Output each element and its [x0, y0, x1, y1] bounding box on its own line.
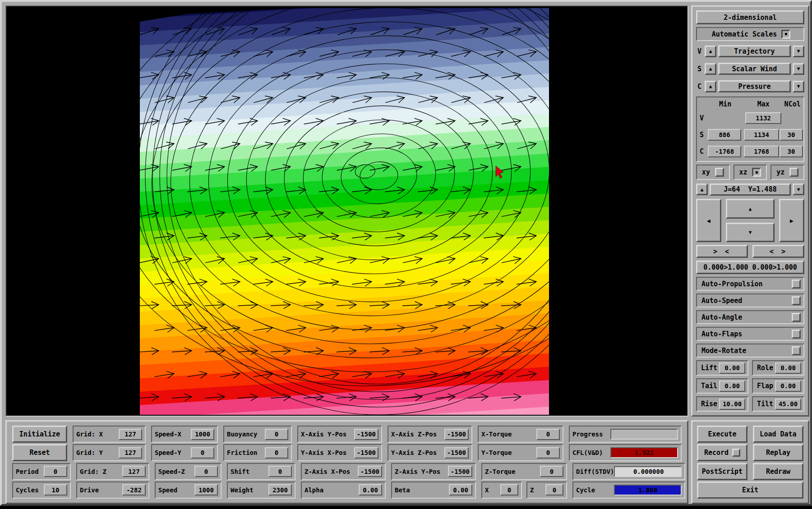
field-label: Drive [80, 486, 99, 494]
slice-up-icon[interactable]: ▲ [696, 183, 708, 195]
grid-y-value[interactable]: 127 [119, 447, 142, 459]
plane-xy-checkbox[interactable] [715, 168, 724, 177]
right-control-panel: 2-dimensional Automatic Scales V▲Traject… [691, 5, 809, 417]
x-torque-value[interactable]: 0 [536, 429, 560, 440]
record-button[interactable]: Record [697, 444, 747, 461]
shift-value[interactable]: 0 [268, 466, 292, 477]
x-axis-z-pos-value[interactable]: -1500 [444, 429, 469, 440]
toggle-auto-propulsion[interactable]: Auto-Propulsion [696, 277, 804, 291]
selector-up-icon[interactable]: ▲ [705, 81, 716, 92]
automatic-scales-toggle[interactable] [781, 30, 790, 39]
toggle-mode-rotate-checkbox[interactable] [792, 346, 801, 355]
reset-button[interactable]: Reset [12, 444, 67, 461]
plane-toggle-xz[interactable]: xz [734, 165, 767, 180]
grid-x-value[interactable]: 127 [119, 429, 142, 440]
field-label: Y-Axis Z-Pos [391, 449, 437, 456]
selector-value[interactable]: Scalar Wind [718, 63, 791, 75]
pan-right-button[interactable]: ▶ [779, 199, 804, 242]
pan-up-button[interactable]: ▲ [726, 199, 775, 219]
role-value[interactable]: 0.00 [775, 362, 801, 374]
period-value[interactable]: 0 [44, 466, 67, 477]
postscript-button[interactable]: PostScript [697, 463, 747, 480]
field-label: Grid: X [76, 431, 103, 438]
toggle-auto-speed[interactable]: Auto-Speed [696, 293, 804, 307]
automatic-scales-row: Automatic Scales [696, 27, 804, 41]
speed-x-value[interactable]: 1000 [191, 429, 214, 440]
speed-y-value[interactable]: 0 [191, 447, 214, 459]
slice-down-icon[interactable]: ▼ [793, 183, 804, 195]
tail-value[interactable]: 0.00 [719, 381, 745, 392]
selector-down-icon[interactable]: ▼ [793, 81, 804, 92]
plane-yz-checkbox[interactable] [789, 168, 798, 177]
field-cycles: Cycles10 [12, 481, 71, 499]
replay-button[interactable]: Replay [753, 444, 803, 461]
y-axis-x-pos-value[interactable]: -1500 [354, 447, 378, 459]
grid-z-value[interactable]: 127 [122, 466, 146, 477]
selector-up-icon[interactable]: ▲ [705, 46, 716, 57]
speed-value[interactable]: 1000 [194, 484, 218, 495]
initialize-button[interactable]: Initialize [12, 426, 67, 443]
v-max-field[interactable]: 1132 [745, 112, 781, 124]
tilt-value[interactable]: 45.00 [775, 399, 801, 410]
s-min-field[interactable]: 886 [708, 129, 741, 141]
down-arrow-icon: ▼ [749, 229, 752, 235]
x-value[interactable]: 0 [500, 484, 518, 495]
pan-down-button[interactable]: ▼ [726, 223, 775, 243]
cycles-value[interactable]: 10 [44, 484, 67, 495]
plane-label: xy [702, 168, 710, 176]
pan-left-button[interactable]: ◀ [696, 199, 721, 242]
toggle-auto-propulsion-checkbox[interactable] [792, 280, 801, 289]
field-x: X0 [481, 481, 522, 499]
s-ncol-field[interactable]: 30 [780, 129, 803, 141]
z-axis-x-pos-value[interactable]: -1500 [358, 466, 382, 477]
lift-value[interactable]: 0.00 [719, 362, 745, 374]
plane-toggle-yz[interactable]: yz [770, 165, 804, 180]
zoom-buttons-row: > < < > [696, 245, 804, 258]
selector-s: S▲Scalar Wind▼ [696, 61, 804, 76]
toggle-auto-angle-checkbox[interactable] [792, 313, 801, 322]
selector-down-icon[interactable]: ▼ [793, 63, 804, 75]
exit-button[interactable]: Exit [697, 481, 803, 499]
alpha-value[interactable]: 0.00 [359, 484, 382, 495]
c-max-field[interactable]: 1768 [744, 146, 779, 157]
plane-xz-checkbox[interactable] [752, 168, 761, 177]
execute-button[interactable]: Execute [697, 426, 747, 443]
selector-down-icon[interactable]: ▼ [793, 46, 804, 57]
y-axis-z-pos-value[interactable]: -1500 [444, 447, 469, 459]
y-torque-value[interactable]: 0 [536, 447, 560, 459]
z-torque-value[interactable]: 0 [540, 466, 563, 477]
selector-value[interactable]: Pressure [718, 80, 791, 92]
zoom-in-button[interactable]: > < [696, 245, 748, 258]
toggle-auto-angle[interactable]: Auto-Angle [696, 310, 804, 324]
z-value[interactable]: 0 [545, 484, 563, 495]
field-buoyancy: Buoyancy0 [223, 426, 292, 443]
c-ncol-field[interactable]: 30 [780, 146, 803, 157]
plane-toggle-xy[interactable]: xy [696, 165, 730, 180]
z-axis-y-pos-value[interactable]: -1500 [448, 466, 472, 477]
toggle-mode-rotate[interactable]: Mode-Rotate [696, 344, 804, 358]
flow-canvas[interactable] [140, 8, 549, 415]
field-z-axis-y-pos: Z-Axis Y-Pos-1500 [391, 463, 476, 480]
buoyancy-value[interactable]: 0 [265, 429, 288, 440]
rise-value[interactable]: 10.00 [719, 399, 745, 410]
speed-z-value[interactable]: 0 [194, 466, 218, 477]
load-data-button[interactable]: Load Data [753, 426, 803, 443]
selector-value[interactable]: Trajectory [718, 45, 791, 57]
redraw-button[interactable]: Redraw [753, 463, 803, 480]
x-axis-y-pos-value[interactable]: -1500 [354, 429, 378, 440]
toggle-auto-flaps-checkbox[interactable] [792, 330, 801, 339]
flap-value[interactable]: 0.00 [775, 381, 801, 392]
friction-value[interactable]: 0 [265, 447, 288, 459]
zoom-out-button[interactable]: < > [752, 245, 804, 258]
beta-value[interactable]: 0.00 [449, 484, 472, 495]
weight-value[interactable]: 2300 [268, 484, 292, 495]
record-toggle[interactable] [732, 449, 740, 457]
selector-up-icon[interactable]: ▲ [705, 63, 716, 75]
toggle-auto-flaps[interactable]: Auto-Flaps [696, 327, 804, 341]
drive-value[interactable]: -282 [122, 484, 146, 495]
dimension-button[interactable]: 2-dimensional [696, 10, 804, 24]
s-max-field[interactable]: 1134 [744, 129, 779, 141]
field-role: Role0.00 [752, 360, 804, 376]
c-min-field[interactable]: -1768 [708, 146, 741, 157]
toggle-auto-speed-checkbox[interactable] [792, 296, 801, 305]
